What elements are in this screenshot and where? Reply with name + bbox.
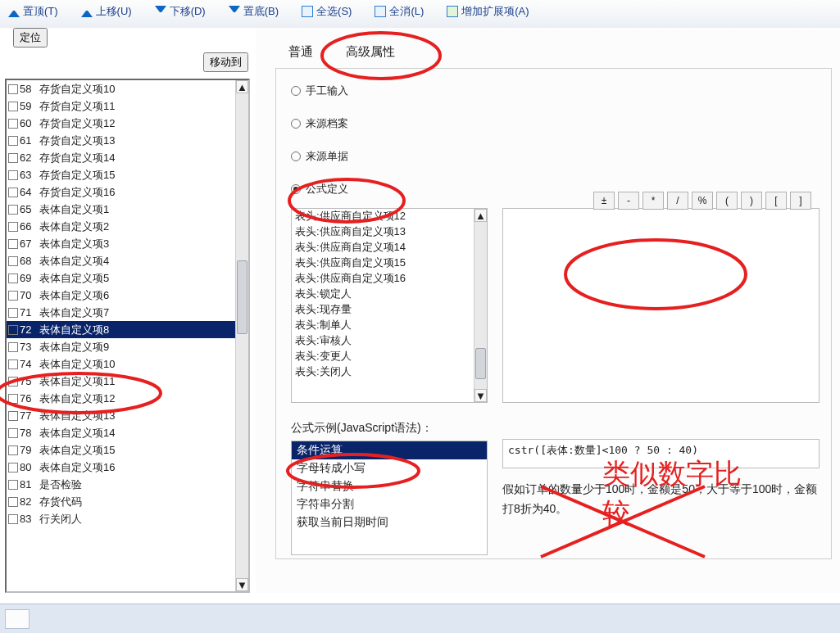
checkbox[interactable]	[8, 239, 18, 249]
operator-button[interactable]: *	[642, 192, 664, 210]
field-row[interactable]: 表头:制单人	[292, 318, 474, 333]
example-row[interactable]: 获取当前日期时间	[292, 513, 487, 531]
checkbox[interactable]	[8, 308, 18, 318]
checkbox[interactable]	[8, 119, 18, 129]
field-row[interactable]: 表头:供应商自定义项13	[292, 224, 474, 240]
list-item[interactable]: 78表体自定义项14	[7, 424, 235, 441]
list-item[interactable]: 82存货代码	[7, 493, 235, 510]
operator-button[interactable]: )	[741, 192, 762, 210]
list-item[interactable]: 63存货自定义项15	[7, 166, 235, 183]
checkbox[interactable]	[8, 445, 18, 455]
list-item[interactable]: 65表体自定义项1	[7, 201, 235, 218]
operator-button[interactable]: (	[716, 192, 738, 210]
list-item[interactable]: 70表体自定义项6	[7, 287, 235, 304]
list-item[interactable]: 73表体自定义项9	[7, 338, 235, 355]
list-item[interactable]: 76表体自定义项12	[7, 390, 235, 407]
checkbox[interactable]	[8, 394, 18, 404]
radio-manual[interactable]: 手工输入	[291, 84, 820, 98]
operator-button[interactable]: ]	[790, 192, 811, 210]
operator-button[interactable]: ±	[593, 192, 615, 210]
add-ext-button[interactable]: 增加扩展项(A)	[447, 4, 529, 19]
list-item[interactable]: 58存货自定义项10	[7, 80, 235, 97]
checkbox[interactable]	[8, 256, 18, 266]
checkbox[interactable]	[8, 84, 18, 94]
select-all-button[interactable]: 全选(S)	[302, 4, 352, 19]
list-item[interactable]: 75表体自定义项11	[7, 373, 235, 390]
scroll-down-icon[interactable]: ▼	[474, 389, 487, 402]
operator-button[interactable]: %	[692, 192, 713, 210]
checkbox[interactable]	[8, 463, 18, 472]
list-item[interactable]: 81是否检验	[7, 476, 235, 493]
checkbox[interactable]	[8, 274, 18, 283]
list-item[interactable]: 67表体自定义项3	[7, 235, 235, 252]
list-item[interactable]: 59存货自定义项11	[7, 97, 235, 115]
taskbar-window[interactable]	[5, 609, 30, 629]
list-item[interactable]: 69表体自定义项5	[7, 269, 235, 287]
field-row[interactable]: 表头:供应商自定义项16	[292, 271, 474, 287]
operator-button[interactable]: /	[667, 192, 688, 210]
list-item[interactable]: 64存货自定义项16	[7, 183, 235, 201]
example-list[interactable]: 条件运算字母转成小写字符串替换字符串分割获取当前日期时间	[291, 441, 488, 555]
select-none-button[interactable]: 全消(L)	[375, 4, 424, 19]
example-row[interactable]: 字符串分割	[292, 495, 487, 513]
checkbox[interactable]	[8, 170, 18, 180]
radio-archive[interactable]: 来源档案	[291, 116, 820, 131]
scroll-up-icon[interactable]: ▲	[236, 80, 248, 93]
field-row[interactable]: 表头:现存量	[292, 302, 474, 318]
list-item[interactable]: 79表体自定义项15	[7, 441, 235, 459]
formula-textarea[interactable]	[502, 208, 820, 403]
list-item[interactable]: 60存货自定义项12	[7, 115, 235, 132]
source-field-list[interactable]: 表头:供应商自定义项12表头:供应商自定义项13表头:供应商自定义项14表头:供…	[291, 208, 488, 403]
list-item[interactable]: 62存货自定义项14	[7, 149, 235, 166]
example-row[interactable]: 字母转成小写	[292, 459, 487, 477]
checkbox[interactable]	[8, 428, 18, 438]
bottom-button[interactable]: 置底(B)	[229, 4, 279, 19]
field-row[interactable]: 表头:供应商自定义项12	[292, 209, 474, 224]
tab-advanced[interactable]: 高级属性	[341, 41, 400, 63]
checkbox[interactable]	[8, 102, 18, 111]
checkbox[interactable]	[8, 291, 18, 301]
field-scrollbar[interactable]: ▲ ▼	[474, 209, 487, 402]
field-listbox[interactable]: 58存货自定义项1059存货自定义项1160存货自定义项1261存货自定义项13…	[5, 79, 250, 593]
radio-bill[interactable]: 来源单据	[291, 149, 820, 164]
list-item[interactable]: 74表体自定义项10	[7, 355, 235, 373]
tab-normal[interactable]: 普通	[284, 41, 318, 63]
list-item[interactable]: 77表体自定义项13	[7, 407, 235, 424]
list-item[interactable]: 71表体自定义项7	[7, 304, 235, 321]
field-row[interactable]: 表头:审核人	[292, 333, 474, 349]
checkbox[interactable]	[8, 497, 18, 507]
checkbox[interactable]	[8, 325, 18, 335]
field-row[interactable]: 表头:供应商自定义项15	[292, 255, 474, 271]
operator-button[interactable]: [	[765, 192, 787, 210]
list-item[interactable]: 83行关闭人	[7, 510, 235, 527]
scroll-thumb[interactable]	[475, 348, 486, 379]
list-item[interactable]: 72表体自定义项8	[7, 321, 235, 338]
list-item[interactable]: 68表体自定义项4	[7, 252, 235, 269]
checkbox[interactable]	[8, 359, 18, 369]
list-item[interactable]: 80表体自定义项16	[7, 459, 235, 476]
scroll-up-icon[interactable]: ▲	[474, 209, 487, 222]
scroll-thumb[interactable]	[237, 260, 247, 334]
moveto-button[interactable]: 移动到	[203, 52, 248, 72]
top-button[interactable]: 置顶(T)	[8, 4, 58, 19]
locate-button[interactable]: 定位	[13, 28, 48, 47]
operator-button[interactable]: -	[618, 192, 639, 210]
checkbox[interactable]	[8, 222, 18, 232]
checkbox[interactable]	[8, 377, 18, 387]
left-scrollbar[interactable]: ▲ ▼	[235, 80, 248, 591]
checkbox[interactable]	[8, 480, 18, 490]
field-row[interactable]: 表头:变更人	[292, 349, 474, 364]
checkbox[interactable]	[8, 205, 18, 215]
down-button[interactable]: 下移(D)	[155, 4, 206, 19]
list-item[interactable]: 66表体自定义项2	[7, 218, 235, 235]
scroll-down-icon[interactable]: ▼	[236, 578, 248, 591]
field-row[interactable]: 表头:关闭人	[292, 364, 474, 380]
example-row[interactable]: 条件运算	[292, 441, 487, 459]
checkbox[interactable]	[8, 411, 18, 421]
checkbox[interactable]	[8, 188, 18, 197]
checkbox[interactable]	[8, 153, 18, 163]
checkbox[interactable]	[8, 342, 18, 352]
field-row[interactable]: 表头:供应商自定义项14	[292, 240, 474, 255]
checkbox[interactable]	[8, 136, 18, 146]
example-row[interactable]: 字符串替换	[292, 477, 487, 495]
